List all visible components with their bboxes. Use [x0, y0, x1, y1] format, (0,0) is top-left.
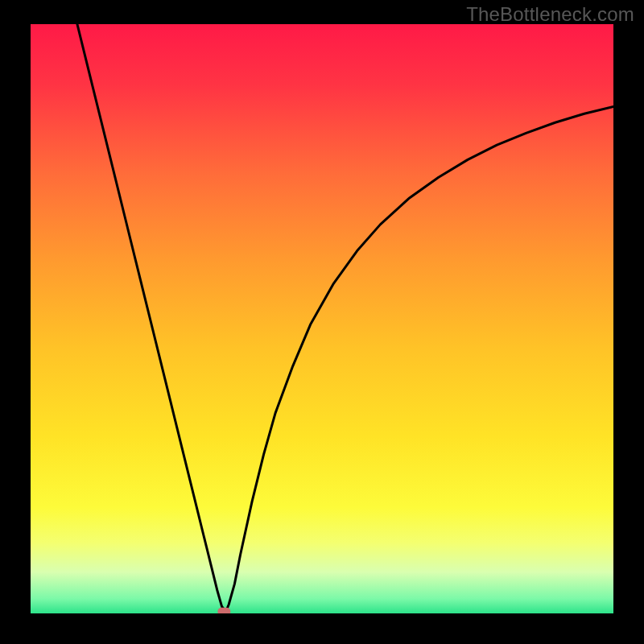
- watermark-text: TheBottleneck.com: [466, 3, 634, 26]
- bottleneck-chart: [31, 24, 613, 613]
- gradient-background: [31, 24, 613, 613]
- chart-frame: TheBottleneck.com: [0, 0, 644, 644]
- minimum-marker: [217, 608, 230, 613]
- plot-area: [31, 24, 613, 613]
